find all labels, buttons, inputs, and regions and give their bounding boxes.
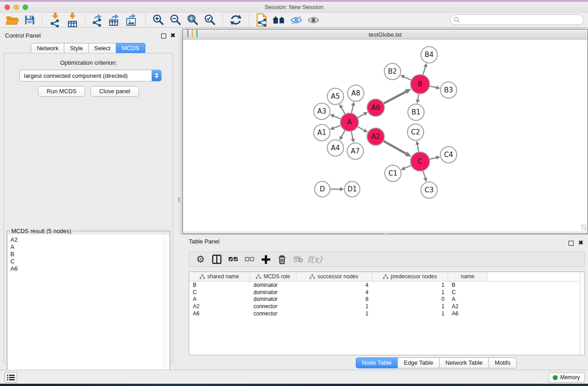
edge-B-B4[interactable] [423, 66, 425, 75]
search-box[interactable] [450, 14, 584, 25]
network-window-titlebar[interactable]: testGlobe.txt [183, 29, 588, 39]
tab-mcds[interactable]: MCDS [116, 43, 145, 54]
float-table-panel-icon[interactable] [569, 241, 574, 246]
tab-style[interactable]: Style [64, 43, 89, 54]
result-item[interactable]: A6 [10, 265, 169, 272]
deselect-all-icon[interactable] [243, 253, 256, 266]
open-session-icon[interactable] [4, 13, 21, 27]
network-from-selection-icon[interactable] [253, 13, 270, 27]
table-cell[interactable]: dominator [250, 296, 296, 302]
network-graph[interactable]: B4B2BB3A8A5A6A3B1AA1C2A2A4A7C4CC1C3DD1 [183, 40, 587, 231]
close-table-panel-icon[interactable]: ✖ [578, 239, 583, 246]
table-cell[interactable]: 4 [296, 282, 372, 288]
tab-node-table[interactable]: Node Table [356, 357, 398, 368]
table-cell[interactable]: A6 [448, 310, 488, 317]
tab-network[interactable]: Network [31, 43, 64, 54]
edge-A-A8[interactable] [351, 105, 353, 113]
zoom-out-icon[interactable] [167, 13, 184, 27]
table-cell[interactable]: B [448, 282, 488, 288]
tab-network-table[interactable]: Network Table [439, 357, 489, 368]
vertical-splitter-handle[interactable] [178, 197, 180, 202]
table-cell[interactable]: A [448, 296, 488, 302]
table-cell[interactable]: connector [250, 310, 296, 317]
float-panel-icon[interactable] [161, 33, 166, 38]
edge-A-A3[interactable] [333, 116, 340, 119]
table-settings-icon[interactable]: ⚙ [194, 253, 207, 266]
first-neighbors-icon[interactable] [270, 13, 287, 27]
edge-A6-B[interactable] [384, 91, 407, 103]
zoom-in-icon[interactable] [150, 13, 167, 27]
tab-edge-table[interactable]: Edge Table [397, 357, 440, 368]
table-row[interactable]: Bdominator41B [189, 281, 584, 289]
task-history-button[interactable] [5, 372, 17, 383]
result-scrollbar[interactable] [163, 237, 169, 386]
table-cell[interactable]: A2 [448, 303, 488, 310]
edge-A-A5[interactable] [341, 107, 345, 114]
mcds-result-list[interactable]: A2ABCA6 [8, 234, 169, 386]
table-cell[interactable]: A [189, 296, 250, 302]
table-cell[interactable]: A6 [189, 310, 250, 317]
table-cell[interactable]: dominator [250, 289, 296, 295]
select-all-icon[interactable] [226, 253, 240, 266]
show-column-icon[interactable] [210, 253, 224, 266]
table-cell[interactable]: dominator [250, 282, 296, 288]
tab-select[interactable]: Select [88, 43, 116, 54]
result-item[interactable]: A2 [10, 236, 169, 243]
table-cell[interactable]: 1 [372, 282, 448, 288]
export-image-icon[interactable] [124, 13, 141, 27]
function-builder-icon[interactable]: f(x) [308, 253, 321, 266]
tab-motifs[interactable]: Motifs [488, 357, 517, 368]
table-cell[interactable]: 8 [296, 296, 372, 302]
result-item[interactable]: B [10, 251, 169, 258]
export-table-icon[interactable] [107, 13, 124, 27]
run-mcds-button[interactable]: Run MCDS [38, 86, 85, 97]
edge-B-B3[interactable] [430, 86, 437, 87]
table-cell[interactable]: B [189, 282, 250, 288]
delete-column-icon[interactable] [275, 253, 289, 266]
edge-B-B2[interactable] [403, 76, 411, 80]
show-all-icon[interactable] [305, 13, 322, 27]
criterion-dropdown[interactable]: largest connected component (directed) [19, 70, 162, 81]
node-table[interactable]: shared nameMCDS rolesuccessor nodesprede… [189, 272, 585, 355]
import-table-icon[interactable] [64, 13, 81, 27]
delete-table-icon[interactable] [292, 253, 305, 266]
close-panel-icon[interactable]: ✖ [170, 32, 176, 38]
import-network-icon[interactable] [47, 13, 64, 27]
edge-C-C3[interactable] [423, 171, 425, 179]
export-network-icon[interactable] [90, 13, 107, 27]
edge-C-C2[interactable] [417, 144, 419, 152]
table-cell[interactable]: 1 [296, 303, 372, 310]
zoom-selected-icon[interactable] [201, 13, 219, 27]
table-row[interactable]: Adominator80A [189, 296, 584, 303]
refresh-view-icon[interactable] [227, 13, 244, 27]
edge-C-C4[interactable] [430, 157, 437, 159]
network-canvas[interactable]: B4B2BB3A8A5A6A3B1AA1C2A2A4A7C4CC1C3DD1 [183, 40, 587, 231]
table-cell[interactable]: 4 [296, 289, 372, 295]
hide-selected-icon[interactable] [287, 13, 305, 27]
edge-A-A1[interactable] [333, 125, 340, 128]
table-cell[interactable]: 0 [372, 296, 448, 302]
result-item[interactable]: A [10, 243, 169, 251]
table-scrollbar[interactable] [579, 272, 584, 355]
table-cell[interactable]: 1 [372, 310, 448, 317]
window-resize-grip[interactable] [581, 224, 587, 230]
table-row[interactable]: A6connector11A6 [189, 310, 584, 317]
table-row[interactable]: Cdominator41C [189, 289, 584, 296]
edge-A2-C[interactable] [383, 141, 407, 154]
column-header-shared-name[interactable]: shared name [189, 272, 250, 281]
edge-A-A6[interactable] [358, 114, 365, 118]
edge-A-A7[interactable] [351, 132, 353, 140]
close-panel-button[interactable]: Close panel [91, 86, 139, 97]
table-row[interactable]: A2connector11A2 [189, 303, 584, 310]
table-cell[interactable]: A2 [189, 303, 250, 310]
edge-B-B1[interactable] [418, 94, 419, 100]
column-header-successor-nodes[interactable]: successor nodes [296, 272, 372, 281]
edge-A-A2[interactable] [358, 127, 365, 131]
edge-C-C1[interactable] [404, 166, 411, 169]
zoom-fit-icon[interactable] [184, 13, 201, 27]
memory-button[interactable]: Memory [549, 372, 585, 382]
table-cell[interactable]: 1 [372, 289, 448, 295]
table-cell[interactable]: 1 [296, 310, 372, 317]
column-header-predecessor-nodes[interactable]: predecessor nodes [372, 272, 448, 281]
table-cell[interactable]: 1 [372, 303, 448, 310]
